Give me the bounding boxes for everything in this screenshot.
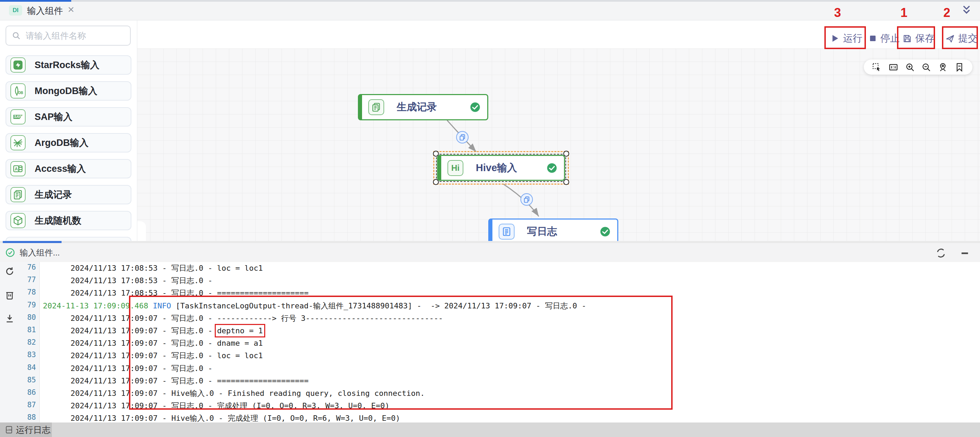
zoom-out-icon[interactable] — [921, 63, 931, 72]
edge-copy-badge[interactable] — [520, 193, 533, 206]
hive-icon: Hi — [447, 160, 463, 176]
log-text: 2024-11-13 17:09:09.468 INFO [TaskInstan… — [43, 301, 586, 311]
component-item-partial[interactable] — [6, 237, 131, 241]
stop-button[interactable]: 停止 — [869, 32, 900, 45]
annotation-number-run: 3 — [834, 6, 841, 20]
locate-icon[interactable] — [938, 63, 948, 72]
log-body[interactable]: 762024/11/13 17:08:53 - 写日志.0 - loc = lo… — [0, 262, 980, 423]
log-line-82: 822024/11/13 17:09:07 - 写日志.0 - dname = … — [0, 338, 980, 351]
run-icon — [830, 34, 840, 43]
svg-text:DB: DB — [18, 91, 23, 95]
node-hive-selection[interactable]: Hi Hive输入 — [433, 151, 569, 184]
component-item-label: 生成记录 — [35, 188, 72, 201]
resize-handle-ne[interactable] — [563, 151, 569, 157]
log-text: 2024/11/13 17:09:07 - 写日志.0 - dname = a1 — [70, 338, 263, 348]
line-number: 81 — [0, 326, 36, 334]
fit-view-icon[interactable] — [889, 63, 898, 72]
generate-records-icon — [10, 187, 25, 202]
log-text: 2024/11/13 17:09:07 - 写日志.0 - ----------… — [70, 313, 443, 324]
edge-copy-badge[interactable] — [456, 131, 469, 143]
log-line-77: 772024/11/13 17:08:53 - 写日志.0 - — [0, 275, 980, 288]
run-button[interactable]: 运行 — [830, 32, 862, 45]
log-text: 2024/11/13 17:08:53 - 写日志.0 - loc = loc1 — [70, 263, 263, 273]
component-item-mongodb[interactable]: DBMongoDB输入 — [6, 81, 131, 101]
component-item-starrocks[interactable]: StarRocks输入 — [6, 55, 131, 75]
log-text: 2024/11/13 17:09:07 - 写日志.0 - loc = loc1 — [70, 351, 263, 361]
node-generate-records[interactable]: 生成记录 — [358, 94, 488, 120]
generate-records-icon — [368, 99, 384, 115]
component-item-access[interactable]: AAccess输入 — [6, 159, 131, 178]
line-number: 88 — [0, 413, 36, 421]
line-number: 79 — [0, 301, 36, 309]
log-file-icon: LOG — [5, 426, 13, 434]
run-log-tab-label: 运行日志 — [16, 424, 51, 435]
annotation-box-deptno: deptno = 1 — [217, 326, 263, 335]
resize-handle-sw[interactable] — [433, 179, 439, 185]
svg-text:LOG: LOG — [7, 429, 12, 431]
line-number: 86 — [0, 388, 36, 397]
line-number: 82 — [0, 338, 36, 346]
log-line-78: 782024/11/13 17:08:53 - 写日志.0 - ========… — [0, 288, 980, 300]
log-text: 2024/11/13 17:08:53 - 写日志.0 - ==========… — [70, 288, 309, 298]
component-item-random-number[interactable]: 生成随机数 — [6, 211, 131, 230]
log-line-86: 862024/11/13 17:09:07 - Hive输入.0 - Finis… — [0, 388, 980, 401]
component-item-generate-records[interactable]: 生成记录 — [6, 185, 131, 204]
canvas-view-toolbar — [864, 59, 972, 75]
line-number: 85 — [0, 376, 36, 384]
close-icon[interactable]: × — [68, 4, 74, 15]
log-text: 2024/11/13 17:08:53 - 写日志.0 - — [70, 275, 212, 286]
resize-handle-nw[interactable] — [433, 151, 439, 157]
component-item-label: StarRocks输入 — [35, 59, 100, 71]
random-number-icon — [10, 213, 25, 228]
save-button[interactable]: 保存 — [902, 32, 935, 45]
search-input[interactable]: 请输入组件名称 — [6, 25, 131, 46]
check-circle-icon — [6, 248, 15, 257]
log-line-80: 802024/11/13 17:09:07 - 写日志.0 - --------… — [0, 313, 980, 326]
tab-title[interactable]: 输入组件 — [27, 5, 63, 17]
panel-title: 输入组件... — [20, 247, 60, 258]
submit-icon — [945, 34, 955, 43]
component-item-argodb[interactable]: ArgoDB输入 — [6, 133, 131, 153]
write-log-icon — [499, 224, 515, 240]
save-icon — [902, 34, 912, 43]
resize-handle-se[interactable] — [563, 179, 569, 185]
log-line-85: 852024/11/13 17:09:07 - 写日志.0 - ========… — [0, 376, 980, 388]
component-item-label: 生成随机数 — [35, 215, 81, 227]
top-scrollbar[interactable] — [0, 0, 980, 2]
line-number: 80 — [0, 313, 36, 321]
minimize-icon[interactable] — [960, 248, 970, 258]
status-bar: LOG 运行日志 — [0, 423, 980, 437]
node-hive-input[interactable]: Hi Hive输入 — [437, 155, 565, 181]
sidebar-collapse-handle[interactable] — [137, 221, 146, 241]
top-scrollbar-thumb[interactable] — [0, 0, 71, 2]
log-line-76: 762024/11/13 17:08:53 - 写日志.0 - loc = lo… — [0, 263, 980, 275]
component-item-label: SAP输入 — [35, 111, 73, 123]
submit-button[interactable]: 提交 — [945, 32, 978, 45]
sync-icon[interactable] — [936, 248, 946, 258]
success-check-icon — [547, 163, 557, 173]
panel-header-icons — [936, 248, 970, 258]
success-check-icon — [470, 102, 480, 112]
argodb-icon — [10, 135, 25, 150]
stop-icon — [869, 34, 877, 43]
chevron-double-down-icon[interactable] — [961, 4, 972, 16]
bookmark-icon[interactable] — [955, 63, 964, 72]
run-log-tab[interactable]: LOG 运行日志 — [0, 423, 52, 437]
log-line-84: 842024/11/13 17:09:07 - 写日志.0 - — [0, 363, 980, 376]
line-number: 78 — [0, 288, 36, 296]
marquee-select-icon[interactable] — [872, 63, 881, 72]
log-text: 2024/11/13 17:09:07 - Hive输入.0 - 完成处理 (I… — [70, 413, 400, 423]
component-item-sap[interactable]: SAPSAP输入 — [6, 107, 131, 127]
flow-canvas[interactable] — [137, 48, 980, 241]
zoom-in-icon[interactable] — [905, 63, 915, 72]
panel-header: 输入组件... — [0, 243, 980, 262]
sap-icon: SAP — [10, 109, 25, 124]
annotation-number-save: 1 — [900, 6, 907, 20]
log-line-87: 872024/11/13 17:09:07 - 写日志.0 - 完成处理 (I=… — [0, 401, 980, 413]
log-text: 2024/11/13 17:09:07 - 写日志.0 - deptno = 1 — [70, 326, 263, 336]
line-number: 77 — [0, 275, 36, 284]
search-placeholder: 请输入组件名称 — [25, 30, 86, 41]
log-text: 2024/11/13 17:09:07 - Hive输入.0 - Finishe… — [70, 388, 425, 399]
line-number: 76 — [0, 263, 36, 272]
component-sidebar: 请输入组件名称 StarRocks输入DBMongoDB输入SAPSAP输入Ar… — [0, 20, 137, 241]
